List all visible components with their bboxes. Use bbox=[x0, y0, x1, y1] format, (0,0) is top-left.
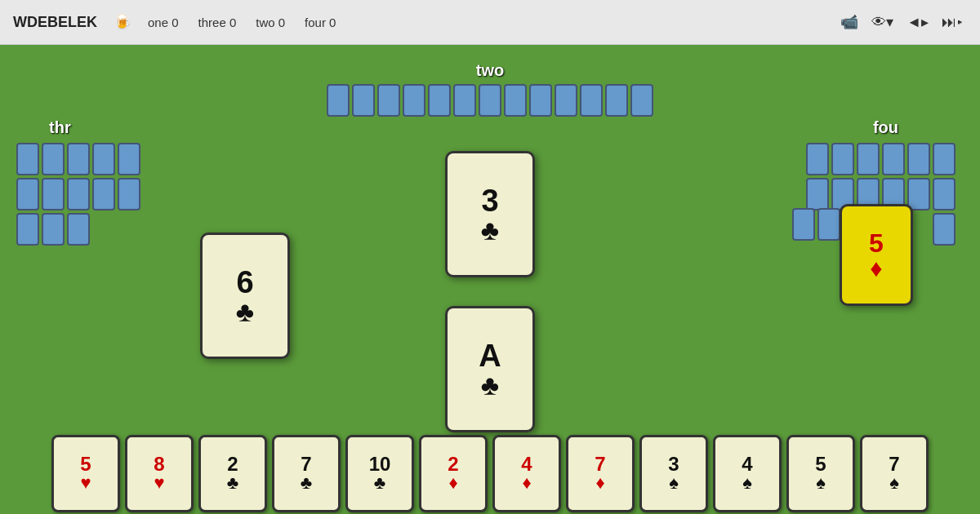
card-back bbox=[327, 84, 350, 117]
card-value: A bbox=[479, 340, 501, 371]
hand-card-7-clubs[interactable]: 7 ♣ bbox=[272, 435, 341, 512]
card-back bbox=[92, 143, 115, 175]
card-value: 10 bbox=[369, 454, 391, 474]
card-suit: ♥ bbox=[154, 474, 164, 492]
card-back bbox=[831, 143, 854, 175]
card-back bbox=[630, 84, 653, 117]
skip-icon[interactable]: ⏭▸ bbox=[938, 12, 967, 33]
card-value: 5 bbox=[80, 454, 91, 474]
hand-card-7-spades[interactable]: 7 ♠ bbox=[860, 435, 929, 512]
card-suit: ♠ bbox=[816, 474, 826, 492]
card-back bbox=[16, 178, 39, 210]
card-value: 7 bbox=[595, 454, 605, 474]
card-back bbox=[529, 84, 552, 117]
card-back bbox=[555, 84, 577, 117]
played-card-5-diamonds: 5 ♦ bbox=[840, 204, 913, 306]
card-back bbox=[933, 213, 956, 246]
card-value: 3 bbox=[668, 454, 679, 474]
card-back bbox=[16, 143, 39, 175]
card-suit: ♠ bbox=[669, 474, 679, 492]
card-back bbox=[857, 143, 880, 175]
hand-card-4-spades[interactable]: 4 ♠ bbox=[713, 435, 782, 512]
card-back bbox=[352, 84, 375, 117]
game-area: two thr fou bbox=[0, 45, 980, 514]
rewind-icon[interactable]: ◄▸ bbox=[903, 11, 932, 33]
card-suit: ♥ bbox=[80, 474, 91, 492]
card-back bbox=[403, 84, 425, 117]
beer-icon: 🍺 bbox=[114, 13, 131, 31]
card-back bbox=[16, 213, 39, 246]
card-value: 6 bbox=[236, 267, 253, 298]
card-back bbox=[118, 178, 140, 210]
nav-item-three[interactable]: three 0 bbox=[198, 16, 237, 29]
card-value: 2 bbox=[448, 454, 458, 474]
card-back bbox=[933, 178, 956, 210]
card-back bbox=[907, 143, 930, 175]
header-bar: WDEBELEK 🍺 one 0 three 0 two 0 four 0 📹 … bbox=[0, 0, 980, 45]
card-suit: ♣ bbox=[227, 474, 238, 492]
card-back bbox=[67, 213, 90, 246]
nav-items: one 0 three 0 two 0 four 0 bbox=[148, 16, 336, 29]
card-suit: ♦ bbox=[595, 474, 604, 492]
player-two-label: two bbox=[476, 61, 504, 80]
hand-card-5-hearts[interactable]: 5 ♥ bbox=[51, 435, 120, 512]
nav-item-four[interactable]: four 0 bbox=[305, 16, 336, 29]
card-back bbox=[67, 178, 90, 210]
hand-card-8-hearts[interactable]: 8 ♥ bbox=[125, 435, 194, 512]
card-suit: ♦ bbox=[870, 256, 882, 281]
card-back bbox=[453, 84, 476, 117]
bottom-hand: 5 ♥ 8 ♥ 2 ♣ 7 ♣ 10 ♣ 2 ♦ 4 ♦ 7 ♦ bbox=[0, 432, 980, 514]
card-back bbox=[479, 84, 501, 117]
hand-card-3-spades[interactable]: 3 ♠ bbox=[639, 435, 708, 512]
hand-card-7-diamonds[interactable]: 7 ♦ bbox=[566, 435, 635, 512]
card-back bbox=[504, 84, 527, 117]
card-back bbox=[428, 84, 451, 117]
card-suit: ♠ bbox=[889, 474, 899, 492]
card-back bbox=[42, 213, 65, 246]
card-suit: ♣ bbox=[301, 474, 312, 492]
card-back bbox=[806, 143, 829, 175]
hand-card-2-clubs[interactable]: 2 ♣ bbox=[198, 435, 267, 512]
card-value: 2 bbox=[227, 454, 238, 474]
card-back bbox=[882, 143, 905, 175]
camera-icon[interactable]: 📹 bbox=[837, 11, 862, 33]
card-value: 8 bbox=[154, 454, 164, 474]
played-card-3-clubs: 3 ♣ bbox=[445, 151, 535, 277]
card-back bbox=[92, 178, 115, 210]
card-value: 4 bbox=[742, 454, 752, 474]
card-suit: ♣ bbox=[236, 298, 254, 326]
hand-card-5-spades[interactable]: 5 ♠ bbox=[786, 435, 855, 512]
player-fou-label: fou bbox=[873, 118, 898, 137]
card-value: 7 bbox=[889, 454, 899, 474]
played-card-ace-clubs: A ♣ bbox=[445, 306, 535, 432]
card-back bbox=[580, 84, 603, 117]
hand-card-2-diamonds[interactable]: 2 ♦ bbox=[419, 435, 488, 512]
card-back bbox=[118, 143, 140, 175]
card-suit: ♦ bbox=[522, 474, 531, 492]
nav-item-two[interactable]: two 0 bbox=[256, 16, 285, 29]
card-back bbox=[806, 178, 829, 210]
card-back bbox=[42, 143, 65, 175]
app-title: WDEBELEK bbox=[13, 14, 97, 31]
card-suit: ♣ bbox=[481, 216, 499, 244]
player-two-cards bbox=[327, 84, 653, 117]
card-back bbox=[67, 143, 90, 175]
card-value: 4 bbox=[521, 454, 532, 474]
card-value: 3 bbox=[481, 185, 498, 216]
hand-card-10-clubs[interactable]: 10 ♣ bbox=[345, 435, 414, 512]
card-suit: ♠ bbox=[742, 474, 752, 492]
card-back bbox=[42, 178, 65, 210]
eye-icon[interactable]: 👁▾ bbox=[868, 11, 897, 33]
card-suit: ♦ bbox=[448, 474, 457, 492]
played-card-6-clubs: 6 ♣ bbox=[200, 233, 290, 359]
card-back bbox=[933, 143, 956, 175]
card-back bbox=[817, 208, 840, 241]
card-suit: ♣ bbox=[374, 474, 385, 492]
card-value: 7 bbox=[301, 454, 311, 474]
card-back bbox=[377, 84, 400, 117]
hand-card-4-diamonds[interactable]: 4 ♦ bbox=[492, 435, 561, 512]
player-thr-label: thr bbox=[49, 118, 71, 137]
nav-item-one[interactable]: one 0 bbox=[148, 16, 179, 29]
card-back bbox=[792, 208, 815, 241]
card-back bbox=[605, 84, 628, 117]
